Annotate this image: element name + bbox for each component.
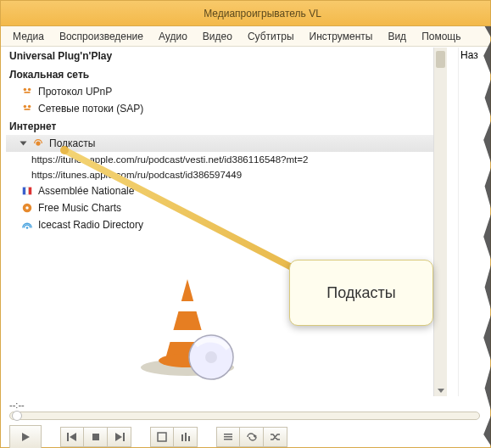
podcast-url-1[interactable]: https://itunes.apple.com/ru/podcast/vest…	[6, 152, 447, 167]
equalizer-icon	[181, 432, 191, 442]
time-display: --:--	[6, 400, 483, 412]
prev-icon	[66, 432, 78, 442]
svg-rect-5	[25, 109, 31, 110]
freemusic-icon	[21, 202, 33, 214]
podcast-url-text: https://itunes.apple.com/ru/podcast/id38…	[31, 170, 242, 180]
shuffle-icon	[270, 432, 282, 442]
app-window: Медиапроигрыватель VL Медиа Воспроизведе…	[0, 0, 491, 448]
svg-rect-15	[172, 301, 203, 311]
column-header-name[interactable]: Наз	[460, 49, 482, 61]
sidebar-item-assemblee[interactable]: Assemblée Nationale	[6, 182, 447, 199]
svg-rect-24	[92, 434, 99, 440]
next-button[interactable]	[108, 427, 131, 447]
svg-rect-2	[25, 92, 31, 93]
annotation-callout: Подкасты	[289, 260, 433, 326]
svg-point-12	[26, 227, 29, 229]
sidebar-item-label: Icecast Radio Directory	[38, 219, 143, 231]
stop-icon	[91, 432, 101, 442]
prev-button[interactable]	[60, 427, 84, 447]
sidebar-item-podcasts[interactable]: Подкасты	[6, 135, 447, 152]
window-title: Медиапроигрыватель VL	[1, 8, 490, 20]
svg-point-6	[36, 141, 40, 145]
svg-marker-23	[70, 433, 76, 441]
svg-rect-9	[29, 188, 32, 195]
svg-point-19	[205, 351, 217, 363]
svg-marker-21	[22, 433, 30, 441]
ext-settings-button[interactable]	[174, 427, 198, 447]
sidebar-item-freemusic[interactable]: Free Music Charts	[6, 199, 447, 216]
sidebar-item-label: Сетевые потоки (SAP)	[38, 103, 143, 115]
menu-video[interactable]: Видео	[196, 28, 239, 45]
svg-point-11	[25, 206, 29, 210]
svg-point-3	[24, 105, 27, 109]
scroll-down-icon[interactable]	[438, 389, 444, 393]
svg-rect-26	[123, 433, 125, 441]
svg-rect-31	[224, 434, 232, 435]
menu-media[interactable]: Медиа	[6, 28, 51, 45]
svg-rect-30	[188, 436, 190, 441]
podcast-icon	[32, 137, 44, 149]
callout-text: Подкасты	[326, 284, 396, 302]
loop-button[interactable]	[240, 427, 264, 447]
scroll-thumb[interactable]	[436, 51, 445, 68]
section-internet: Интернет	[6, 117, 447, 135]
vlc-logo	[128, 264, 247, 383]
fullscreen-icon	[157, 432, 167, 442]
svg-point-0	[24, 88, 27, 92]
svg-rect-32	[224, 436, 232, 438]
next-icon	[114, 432, 126, 442]
svg-rect-27	[158, 433, 166, 441]
svg-rect-22	[67, 433, 69, 441]
svg-point-1	[28, 88, 31, 92]
upnp-icon	[21, 86, 33, 98]
player-controls: --:--	[6, 400, 483, 442]
menu-help[interactable]: Помощь	[415, 28, 467, 45]
loop-icon	[246, 432, 258, 442]
playlist-icon	[223, 432, 233, 442]
sidebar-item-sap[interactable]: Сетевые потоки (SAP)	[6, 100, 447, 117]
sidebar-item-label: Free Music Charts	[38, 202, 121, 214]
svg-marker-25	[115, 433, 122, 441]
svg-rect-7	[23, 188, 26, 195]
assemblee-icon	[21, 185, 33, 197]
sidebar-item-label: Протокол UPnP	[38, 86, 112, 98]
svg-rect-8	[25, 188, 29, 195]
icecast-icon	[21, 219, 33, 231]
sidebar-item-upnp[interactable]: Протокол UPnP	[6, 83, 447, 100]
playlist-panel: Наз	[458, 48, 483, 396]
sidebar-item-label: Assemblée Nationale	[38, 185, 134, 197]
play-icon	[20, 431, 31, 443]
menu-audio[interactable]: Аудио	[152, 28, 194, 45]
podcast-url-2[interactable]: https://itunes.apple.com/ru/podcast/id38…	[6, 167, 447, 182]
svg-rect-33	[224, 439, 232, 440]
menu-tools[interactable]: Инструменты	[303, 28, 380, 45]
expand-icon[interactable]	[20, 142, 27, 146]
menu-subtitles[interactable]: Субтитры	[241, 28, 301, 45]
fullscreen-button[interactable]	[150, 427, 174, 447]
podcast-url-text: https://itunes.apple.com/ru/podcast/vest…	[31, 154, 308, 165]
playlist-button[interactable]	[216, 427, 240, 447]
shuffle-button[interactable]	[264, 427, 287, 447]
stop-button[interactable]	[84, 427, 108, 447]
svg-rect-29	[185, 433, 187, 441]
sidebar-item-icecast[interactable]: Icecast Radio Directory	[6, 216, 447, 233]
sidebar-scrollbar[interactable]	[433, 48, 447, 396]
play-button[interactable]	[9, 425, 42, 448]
seek-knob[interactable]	[12, 411, 22, 421]
sidebar-header: Universal Plug'n'Play	[6, 48, 447, 65]
sap-icon	[21, 103, 33, 115]
seek-bar[interactable]	[9, 412, 480, 420]
menu-playback[interactable]: Воспроизведение	[53, 28, 150, 45]
menubar: Медиа Воспроизведение Аудио Видео Субтит…	[1, 26, 490, 47]
sidebar-item-label: Подкасты	[49, 137, 95, 149]
section-local-network: Локальная сеть	[6, 65, 447, 83]
svg-rect-28	[181, 434, 183, 441]
menu-view[interactable]: Вид	[381, 28, 413, 45]
svg-point-4	[28, 105, 31, 109]
titlebar[interactable]: Медиапроигрыватель VL	[1, 1, 490, 26]
